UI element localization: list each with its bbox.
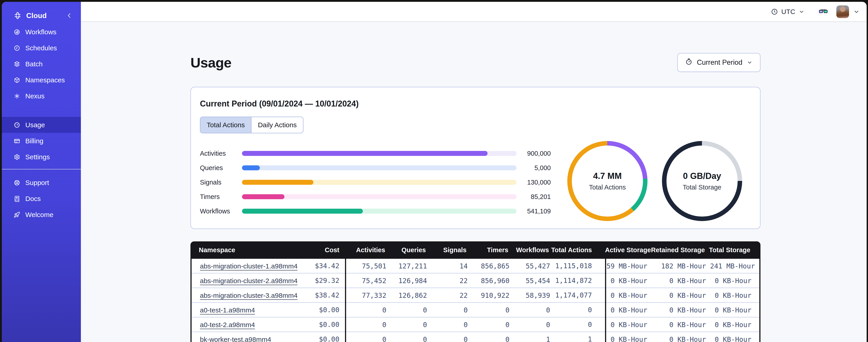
value-cell: 0 KB-Hour	[606, 306, 651, 314]
value-cell: 0	[427, 321, 468, 329]
credit-card-icon	[13, 138, 20, 144]
value-cell: 0	[346, 321, 386, 329]
value-cell: 126,984	[386, 277, 427, 285]
donut-total-actions: 4.7 MMTotal Actions	[567, 141, 648, 221]
sidebar-brand: Cloud	[2, 2, 81, 23]
tab-total-actions[interactable]: Total Actions	[200, 117, 251, 133]
sidebar-item-docs[interactable]: Docs	[2, 191, 81, 207]
actions-tab-group: Total ActionsDaily Actions	[200, 116, 303, 133]
column-header-queries: Queries	[385, 246, 426, 254]
column-header-total-storage: Total Storage	[709, 246, 761, 254]
sidebar-item-billing[interactable]: Billing	[2, 133, 81, 149]
value-cell: 0	[427, 336, 468, 342]
value-cell: 0	[468, 336, 509, 342]
user-avatar[interactable]	[836, 5, 849, 18]
value-cell: 0 KB-Hour	[710, 292, 762, 299]
gauge-icon	[13, 122, 20, 128]
namespace-link[interactable]: abs-migration-cluster-2.a98mm4	[200, 277, 298, 284]
timezone-selector[interactable]: UTC	[771, 8, 805, 15]
column-header-total-actions: Total Actions	[549, 246, 605, 254]
donut-center: 4.7 MMTotal Actions	[572, 145, 643, 216]
bar-row-activities: Activities900,000	[200, 149, 551, 157]
value-cell: 0 KB-Hour	[710, 306, 762, 314]
bar-track	[242, 165, 517, 170]
namespace-cell: a0-test-2.a98mm4	[192, 321, 314, 329]
workflows-target-icon	[13, 29, 20, 35]
sidebar-item-welcome[interactable]: Welcome	[2, 207, 81, 223]
value-cell: 856,960	[468, 277, 509, 285]
bar-label: Activities	[200, 150, 242, 157]
sidebar-item-usage[interactable]: Usage	[2, 117, 81, 133]
sidebar-item-settings[interactable]: Settings	[2, 149, 81, 165]
value-cell: 182 MB-Hour	[651, 262, 710, 270]
value-cell: 1,114,872	[550, 273, 606, 288]
column-header-cost: Cost	[312, 246, 345, 254]
value-cell: 127,211	[386, 262, 427, 270]
value-cell: $29.32	[314, 273, 346, 288]
sidebar-item-label: Workflows	[25, 28, 57, 36]
tab-daily-actions[interactable]: Daily Actions	[251, 117, 303, 133]
bar-label: Signals	[200, 179, 242, 186]
sidebar-item-namespaces[interactable]: Namespaces	[2, 72, 81, 88]
value-cell: 0	[550, 303, 606, 317]
value-cell: $0.00	[314, 332, 346, 342]
rocket-icon	[13, 211, 20, 218]
app-window: Cloud WorkflowsSchedulesBatchNamespacesN…	[2, 2, 867, 342]
sidebar-divider	[2, 169, 81, 169]
namespace-cell: a0-test-1.a98mm4	[192, 306, 314, 314]
schedule-clock-icon	[13, 45, 20, 52]
user-menu-chevron-icon[interactable]	[853, 8, 860, 15]
value-cell: 75,452	[346, 277, 386, 285]
sidebar-item-label: Welcome	[25, 211, 53, 218]
value-cell: 77,332	[346, 292, 386, 299]
value-cell: 0 KB-Hour	[651, 321, 710, 329]
namespace-link[interactable]: a0-test-2.a98mm4	[200, 321, 255, 329]
table-row: bk-worker-test.a98mm4$0.000000110 KB-Hou…	[192, 332, 759, 342]
sidebar-item-label: Docs	[25, 195, 41, 203]
gear-icon	[13, 153, 20, 161]
clock-icon	[771, 8, 778, 15]
namespace-link[interactable]: a0-test-1.a98mm4	[200, 306, 255, 314]
sidebar-nav-account: UsageBillingSettings	[2, 117, 81, 165]
stopwatch-icon	[685, 58, 693, 67]
value-cell: 0	[509, 306, 550, 314]
namespace-link[interactable]: abs-migration-cluster-3.a98mm4	[200, 292, 298, 299]
sidebar-item-label: Support	[25, 179, 49, 186]
value-cell: 0 KB-Hour	[651, 292, 710, 299]
namespace-link[interactable]: bk-worker-test.a98mm4	[200, 336, 271, 342]
value-cell: $0.00	[314, 303, 346, 317]
book-icon	[13, 195, 20, 202]
period-selector-button[interactable]: Current Period	[677, 53, 761, 72]
table-row: abs-migration-cluster-1.a98mm4$34.4275,5…	[192, 259, 759, 273]
sidebar-item-label: Schedules	[25, 44, 57, 52]
value-cell: 0	[550, 317, 606, 332]
column-header-timers: Timers	[467, 246, 508, 254]
sidebar-item-workflows[interactable]: Workflows	[2, 24, 81, 40]
column-header-namespace: Namespace	[190, 246, 312, 254]
value-cell: 14	[427, 262, 468, 270]
bar-row-timers: Timers85,201	[200, 193, 551, 201]
namespace-link[interactable]: abs-migration-cluster-1.a98mm4	[200, 262, 298, 270]
sidebar-item-support[interactable]: Support	[2, 175, 81, 191]
sidebar-collapse-button[interactable]	[66, 12, 73, 19]
sidebar-item-nexus[interactable]: Nexus	[2, 88, 81, 104]
donut-center: 0 GB/DayTotal Storage	[666, 145, 738, 216]
table-row: abs-migration-cluster-2.a98mm4$29.3275,4…	[192, 273, 759, 288]
bar-fill	[242, 165, 260, 170]
usage-bar-chart: Activities900,000Queries5,000Signals130,…	[200, 149, 551, 215]
asterisk-icon	[13, 93, 20, 100]
donut-label: Total Storage	[683, 184, 721, 191]
value-cell: 1,115,018	[550, 259, 606, 273]
value-cell: 58,939	[509, 292, 550, 299]
table-body: abs-migration-cluster-1.a98mm4$34.4275,5…	[190, 259, 761, 342]
value-cell: 0 KB-Hour	[710, 321, 762, 329]
bar-value: 5,000	[517, 164, 551, 172]
sidebar-item-schedules[interactable]: Schedules	[2, 40, 81, 56]
reading-glasses-icon[interactable]	[819, 8, 828, 16]
bar-track	[242, 194, 517, 199]
bar-fill	[242, 180, 313, 185]
column-header-workflows: Workflows	[508, 246, 549, 254]
main-area: UTC Usage Current Period	[81, 2, 867, 342]
column-header-active-storage: Active Storage	[605, 246, 650, 254]
sidebar-item-batch[interactable]: Batch	[2, 56, 81, 72]
